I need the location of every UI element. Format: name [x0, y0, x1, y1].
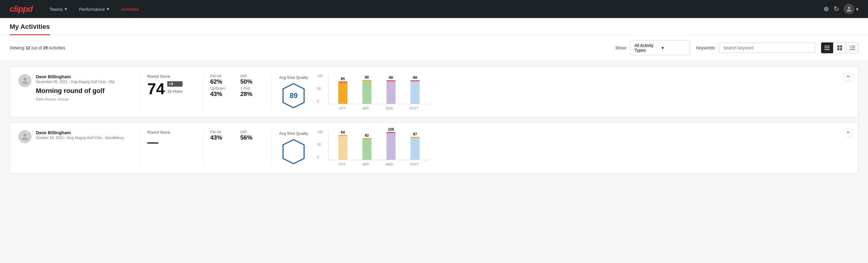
svg-rect-5 — [837, 48, 839, 50]
keywords-filter: Keywords: — [696, 43, 815, 53]
round-score-label: Round Score — [147, 130, 195, 135]
bar-chart: 100500 94 82 106 87 OTTAPPARGPUTT — [317, 130, 430, 166]
score-badge: +4 — [167, 81, 183, 87]
chevron-down-icon: ▾ — [662, 46, 686, 50]
stat-fw-hit: FW Hit 62% — [210, 74, 234, 85]
hex-quality: Avg Shot Quality — [279, 131, 308, 165]
stat-label: 1 Putt — [240, 86, 265, 91]
stat-value: 56% — [240, 134, 265, 141]
edit-button[interactable]: ✏ — [844, 71, 853, 81]
user-name: Dave Billingham — [36, 130, 133, 135]
svg-rect-11 — [850, 49, 851, 50]
stat-value: 62% — [210, 78, 234, 85]
list-full-toggle[interactable] — [846, 42, 858, 53]
card-divider — [272, 130, 272, 166]
hex-quality: Avg Shot Quality 89 — [279, 75, 308, 109]
card-divider — [272, 74, 272, 110]
nav-teams[interactable]: Teams ▾ — [44, 4, 71, 14]
card-divider — [140, 74, 140, 110]
user-menu[interactable]: ▾ — [844, 4, 858, 14]
avatar — [18, 74, 32, 87]
refresh-icon[interactable]: ↻ — [834, 5, 839, 13]
stat-1putt: 1 Putt 28% — [240, 86, 265, 97]
user-date: December 05, 2021 - Gog Magog Golf Club … — [36, 80, 133, 84]
show-filter: Show: All Activity Types ▾ — [615, 40, 690, 55]
svg-rect-1 — [825, 48, 830, 48]
hex-badge: 89 — [281, 82, 306, 109]
nav-links: Teams ▾ Performance ▾ Activities — [44, 4, 824, 14]
nav-performance[interactable]: Performance ▾ — [74, 4, 114, 14]
stat-value: 28% — [240, 91, 265, 97]
nav-activities[interactable]: Activities — [116, 4, 144, 14]
nav-right: ⊕ ↻ ▾ — [824, 4, 858, 14]
avg-shot-quality-section: Avg Shot Quality 89 100500 85 90 89 — [279, 74, 430, 110]
edit-button[interactable]: ✏ — [844, 127, 853, 137]
app-logo[interactable]: clippd — [10, 4, 32, 14]
stat-gir: GIR 50% — [240, 74, 265, 85]
user-info: Dave Billingham October 16, 2021 - Gog M… — [36, 130, 133, 143]
user-info: Dave Billingham December 05, 2021 - Gog … — [36, 74, 133, 101]
stat-label: Up/Down — [210, 86, 234, 91]
score-holes: 18 Holes — [167, 89, 183, 94]
page-header: My Activities — [0, 18, 868, 35]
activity-list: Dave Billingham December 05, 2021 - Gog … — [0, 60, 868, 180]
stat-label: GIR — [240, 130, 265, 134]
stat-label: FW Hit — [210, 130, 234, 134]
card-divider — [140, 130, 140, 166]
quality-label: Avg Shot Quality — [279, 75, 308, 80]
avg-shot-quality-section: Avg Shot Quality 100500 94 82 106 — [279, 130, 430, 166]
card-left: Dave Billingham October 16, 2021 - Gog M… — [18, 130, 133, 143]
stat-value: 50% — [240, 78, 265, 85]
svg-rect-10 — [851, 48, 855, 48]
score-display: — — [147, 137, 195, 148]
user-name: Dave Billingham — [36, 74, 133, 79]
svg-rect-9 — [850, 48, 851, 48]
score-number: — — [147, 137, 158, 148]
svg-rect-12 — [851, 49, 855, 50]
avatar — [844, 4, 854, 14]
svg-rect-6 — [840, 48, 842, 50]
stats-section: FW Hit 62% GIR 50% Up/Down 43% 1 Putt 28… — [210, 74, 265, 97]
view-toggles — [821, 42, 858, 53]
quality-label: Avg Shot Quality — [279, 131, 308, 136]
stat-label: FW Hit — [210, 74, 234, 78]
search-input[interactable] — [719, 43, 815, 53]
stat-updown: Up/Down 43% — [210, 86, 234, 97]
score-number: 74 — [147, 81, 165, 96]
score-display: 74 +4 18 Holes — [147, 81, 195, 96]
svg-marker-14 — [283, 140, 304, 164]
hex-badge — [281, 138, 306, 165]
chevron-down-icon: ▾ — [107, 6, 109, 12]
list-compact-toggle[interactable] — [821, 42, 833, 53]
svg-rect-4 — [840, 46, 842, 48]
svg-rect-2 — [825, 49, 830, 50]
avatar — [18, 130, 32, 143]
page-title: My Activities — [10, 23, 50, 35]
stat-label: GIR — [240, 74, 265, 78]
navbar: clippd Teams ▾ Performance ▾ Activities … — [0, 0, 868, 18]
svg-rect-3 — [837, 46, 839, 48]
stat-value: 43% — [210, 134, 234, 141]
activity-card: Dave Billingham December 05, 2021 - Gog … — [10, 66, 858, 118]
grid-toggle[interactable] — [834, 42, 846, 53]
bar-chart: 100500 85 90 89 89 OTTAPPARGPUTT — [317, 74, 430, 110]
card-left: Dave Billingham December 05, 2021 - Gog … — [18, 74, 133, 101]
svg-rect-7 — [850, 46, 851, 46]
filter-bar: Viewing 12 out of 29 Activities Show: Al… — [0, 35, 868, 60]
chevron-down-icon: ▾ — [65, 6, 67, 12]
show-label: Show: — [615, 46, 627, 50]
stats-section: FW Hit 43% GIR 56% — [210, 130, 265, 141]
round-score-section: Round Score — — [147, 130, 195, 148]
activity-card: Dave Billingham October 16, 2021 - Gog M… — [10, 122, 858, 174]
data-source: Data Source: Arccos — [36, 97, 133, 101]
activity-title: Morning round of golf — [36, 87, 133, 95]
svg-rect-0 — [825, 46, 830, 46]
stat-gir: GIR 56% — [240, 130, 265, 141]
add-icon[interactable]: ⊕ — [824, 5, 829, 13]
user-chevron-icon: ▾ — [856, 6, 858, 12]
round-score-label: Round Score — [147, 74, 195, 79]
user-date: October 16, 2021 - Gog Magog Golf Club -… — [36, 136, 133, 140]
activity-type-dropdown[interactable]: All Activity Types ▾ — [630, 40, 690, 55]
stat-value: 43% — [210, 91, 234, 97]
stat-fw-hit: FW Hit 43% — [210, 130, 234, 141]
